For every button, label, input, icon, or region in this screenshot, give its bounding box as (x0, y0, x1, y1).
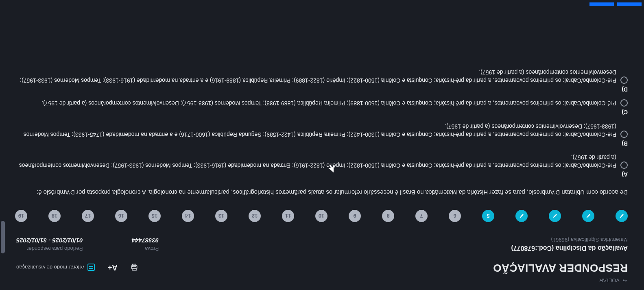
question-nav: 567891011121314151617181920 (16, 208, 628, 224)
assessment-title: Avaliação da Disciplina (Cod.:678077) (511, 244, 628, 252)
option-label: C) (16, 109, 628, 116)
nav-dot-pending[interactable]: 11 (282, 210, 294, 222)
prova-label: Prova (145, 246, 159, 252)
option-label: D) (16, 86, 628, 93)
nav-dot-pending[interactable]: 9 (349, 210, 361, 222)
nav-dot-pending[interactable]: 16 (115, 210, 127, 222)
print-icon (130, 264, 138, 272)
nav-dot-pending[interactable]: 7 (415, 210, 428, 222)
nav-dot-pending[interactable]: 14 (182, 210, 194, 222)
page-title: RESPONDER AVALIAÇÃO (493, 262, 628, 274)
back-link[interactable]: VOLTAR (599, 277, 628, 283)
nav-dot-current[interactable]: 5 (482, 210, 494, 222)
radio-button[interactable] (620, 99, 628, 107)
view-mode-label: Alterar modo de visualização (16, 264, 84, 270)
nav-dot-pending[interactable]: 18 (48, 210, 61, 222)
option: D)Pré-Colombo/Cabral: os primeiros povoa… (16, 68, 628, 93)
radio-button[interactable] (620, 162, 628, 169)
periodo-label: Período para responder (27, 246, 83, 252)
nav-dot-answered[interactable] (582, 210, 594, 222)
option: B)Pré-Colombo/Cabral: os primeiros povoa… (16, 122, 628, 147)
nav-dot-pending[interactable]: 13 (215, 210, 227, 222)
nav-dot-answered[interactable] (515, 210, 528, 222)
option: A)Pré-Colombo/Cabral: os primeiros povoa… (16, 153, 628, 178)
option-row[interactable]: Pré-Colombo/Cabral: os primeiros povoame… (16, 68, 628, 85)
nav-dot-pending[interactable]: 12 (249, 210, 261, 222)
font-increase-button[interactable]: A+ (108, 263, 118, 272)
footer-actions (587, 0, 644, 8)
view-mode-toggle[interactable]: Alterar modo de visualização (16, 264, 95, 271)
option: C)Pré-Colombo/Cabral: os primeiros povoa… (16, 99, 628, 116)
option-text: Pré-Colombo/Cabral: os primeiros povoame… (16, 122, 616, 139)
options-list: A)Pré-Colombo/Cabral: os primeiros povoa… (16, 68, 628, 178)
option-text: Pré-Colombo/Cabral: os primeiros povoame… (41, 99, 616, 107)
nav-dot-answered[interactable] (616, 210, 628, 222)
option-label: B) (16, 140, 628, 147)
list-icon (87, 264, 95, 271)
nav-dot-pending[interactable]: 17 (82, 210, 94, 222)
option-row[interactable]: Pré-Colombo/Cabral: os primeiros povoame… (16, 122, 628, 139)
scrollbar-thumb[interactable] (1, 221, 5, 253)
nav-dot-pending[interactable]: 8 (382, 210, 394, 222)
nav-dot-answered[interactable] (549, 210, 561, 222)
footer-button-2[interactable] (589, 2, 614, 6)
nav-dot-pending[interactable]: 6 (449, 210, 461, 222)
nav-dot-pending[interactable]: 19 (15, 210, 27, 222)
print-button[interactable] (130, 264, 138, 272)
footer-button-1[interactable] (617, 2, 642, 6)
option-row[interactable]: Pré-Colombo/Cabral: os primeiros povoame… (16, 153, 628, 170)
question-text: De acordo com Ubiratan D'Ambrosio, para … (16, 188, 628, 197)
back-label: VOLTAR (599, 277, 620, 283)
option-row[interactable]: Pré-Colombo/Cabral: os primeiros povoame… (16, 99, 628, 107)
nav-dot-pending[interactable]: 10 (315, 210, 327, 222)
back-arrow-icon (622, 278, 628, 283)
option-text: Pré-Colombo/Cabral: os primeiros povoame… (16, 68, 616, 85)
assessment-subtitle: Matemática Significativa (96961) (511, 237, 628, 243)
prova-value: 93387444 (131, 237, 159, 244)
option-text: Pré-Colombo/Cabral: os primeiros povoame… (16, 153, 616, 170)
periodo-value: 01/01/2025 - 31/01/2025 (16, 237, 83, 244)
radio-button[interactable] (620, 76, 628, 84)
header-actions: A+ Alterar modo de visualização (16, 263, 138, 274)
option-label: A) (16, 172, 628, 178)
radio-button[interactable] (620, 131, 628, 138)
nav-dot-pending[interactable]: 15 (148, 210, 161, 222)
